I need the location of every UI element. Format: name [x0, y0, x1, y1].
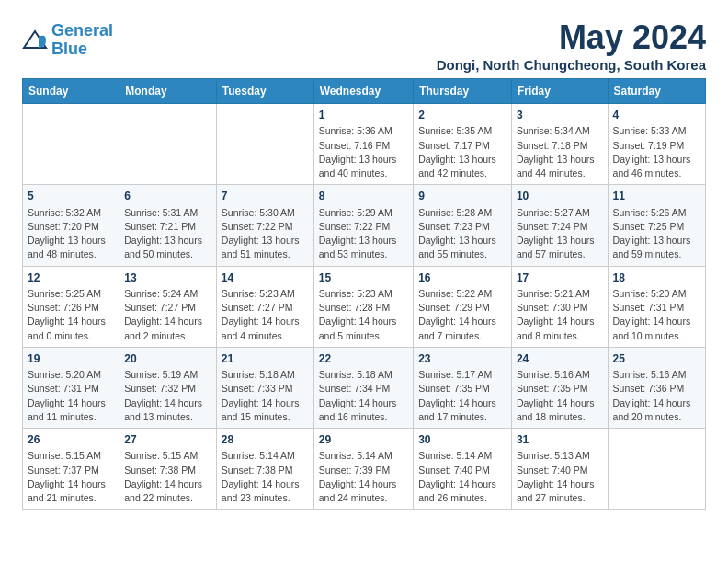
- calendar-cell: 24Sunrise: 5:16 AM Sunset: 7:35 PM Dayli…: [511, 347, 608, 428]
- calendar-week-row: 26Sunrise: 5:15 AM Sunset: 7:37 PM Dayli…: [23, 429, 706, 510]
- weekday-header-row: SundayMondayTuesdayWednesdayThursdayFrid…: [23, 79, 706, 104]
- calendar-cell: 6Sunrise: 5:31 AM Sunset: 7:21 PM Daylig…: [119, 185, 217, 266]
- day-number: 23: [418, 351, 506, 367]
- day-info: Sunrise: 5:18 AM Sunset: 7:33 PM Dayligh…: [222, 368, 309, 424]
- month-title: May 2024: [437, 18, 706, 57]
- calendar-cell: 20Sunrise: 5:19 AM Sunset: 7:32 PM Dayli…: [119, 347, 217, 428]
- location-subtitle: Dongi, North Chungcheong, South Korea: [437, 57, 706, 73]
- day-number: 31: [517, 432, 603, 448]
- calendar-cell: [608, 429, 705, 510]
- weekday-header-saturday: Saturday: [608, 79, 705, 104]
- weekday-header-wednesday: Wednesday: [313, 79, 413, 104]
- day-info: Sunrise: 5:36 AM Sunset: 7:16 PM Dayligh…: [319, 124, 408, 180]
- day-number: 17: [517, 270, 603, 286]
- day-info: Sunrise: 5:20 AM Sunset: 7:31 PM Dayligh…: [613, 287, 700, 343]
- calendar-cell: 28Sunrise: 5:14 AM Sunset: 7:38 PM Dayli…: [216, 429, 313, 510]
- day-number: 10: [517, 189, 603, 204]
- calendar-cell: 31Sunrise: 5:13 AM Sunset: 7:40 PM Dayli…: [511, 429, 608, 510]
- day-info: Sunrise: 5:28 AM Sunset: 7:23 PM Dayligh…: [418, 206, 506, 262]
- calendar-cell: 15Sunrise: 5:23 AM Sunset: 7:28 PM Dayli…: [313, 266, 413, 347]
- day-number: 15: [319, 270, 408, 286]
- calendar-cell: [23, 104, 119, 185]
- day-info: Sunrise: 5:13 AM Sunset: 7:40 PM Dayligh…: [517, 449, 603, 505]
- day-number: 5: [28, 189, 114, 204]
- day-number: 14: [222, 270, 309, 286]
- calendar-cell: 5Sunrise: 5:32 AM Sunset: 7:20 PM Daylig…: [23, 185, 119, 266]
- day-info: Sunrise: 5:33 AM Sunset: 7:19 PM Dayligh…: [613, 124, 700, 180]
- day-number: 7: [222, 189, 309, 204]
- day-number: 21: [222, 351, 309, 367]
- header: General Blue May 2024 Dongi, North Chung…: [22, 18, 706, 73]
- day-info: Sunrise: 5:20 AM Sunset: 7:31 PM Dayligh…: [28, 368, 114, 424]
- day-number: 8: [319, 189, 408, 204]
- day-number: 26: [28, 432, 114, 448]
- weekday-header-sunday: Sunday: [23, 79, 119, 104]
- day-number: 22: [319, 351, 408, 367]
- day-number: 27: [124, 432, 211, 448]
- day-info: Sunrise: 5:17 AM Sunset: 7:35 PM Dayligh…: [418, 368, 506, 424]
- day-info: Sunrise: 5:35 AM Sunset: 7:17 PM Dayligh…: [418, 124, 506, 180]
- calendar-week-row: 19Sunrise: 5:20 AM Sunset: 7:31 PM Dayli…: [23, 347, 706, 428]
- day-number: 28: [222, 432, 309, 448]
- day-info: Sunrise: 5:16 AM Sunset: 7:35 PM Dayligh…: [517, 368, 603, 424]
- day-info: Sunrise: 5:32 AM Sunset: 7:20 PM Dayligh…: [28, 206, 114, 262]
- calendar-week-row: 1Sunrise: 5:36 AM Sunset: 7:16 PM Daylig…: [23, 104, 706, 185]
- calendar-cell: 27Sunrise: 5:15 AM Sunset: 7:38 PM Dayli…: [119, 429, 217, 510]
- calendar-cell: 17Sunrise: 5:21 AM Sunset: 7:30 PM Dayli…: [511, 266, 608, 347]
- day-info: Sunrise: 5:14 AM Sunset: 7:39 PM Dayligh…: [319, 449, 408, 505]
- day-info: Sunrise: 5:15 AM Sunset: 7:37 PM Dayligh…: [28, 449, 114, 505]
- calendar-cell: 30Sunrise: 5:14 AM Sunset: 7:40 PM Dayli…: [414, 429, 512, 510]
- day-number: 3: [517, 108, 603, 123]
- day-number: 16: [418, 270, 506, 286]
- weekday-header-friday: Friday: [511, 79, 608, 104]
- calendar-week-row: 5Sunrise: 5:32 AM Sunset: 7:20 PM Daylig…: [23, 185, 706, 266]
- day-info: Sunrise: 5:30 AM Sunset: 7:22 PM Dayligh…: [222, 206, 309, 262]
- day-number: 4: [613, 108, 700, 123]
- calendar-cell: 8Sunrise: 5:29 AM Sunset: 7:22 PM Daylig…: [313, 185, 413, 266]
- day-number: 6: [124, 189, 211, 204]
- day-info: Sunrise: 5:14 AM Sunset: 7:38 PM Dayligh…: [222, 449, 309, 505]
- day-number: 29: [319, 432, 408, 448]
- calendar-week-row: 12Sunrise: 5:25 AM Sunset: 7:26 PM Dayli…: [23, 266, 706, 347]
- day-info: Sunrise: 5:25 AM Sunset: 7:26 PM Dayligh…: [28, 287, 114, 343]
- logo: General Blue: [22, 22, 113, 59]
- logo-text: General Blue: [51, 22, 113, 59]
- calendar-cell: 25Sunrise: 5:16 AM Sunset: 7:36 PM Dayli…: [608, 347, 705, 428]
- day-info: Sunrise: 5:19 AM Sunset: 7:32 PM Dayligh…: [124, 368, 211, 424]
- day-info: Sunrise: 5:27 AM Sunset: 7:24 PM Dayligh…: [517, 206, 603, 262]
- calendar-cell: 29Sunrise: 5:14 AM Sunset: 7:39 PM Dayli…: [313, 429, 413, 510]
- day-info: Sunrise: 5:24 AM Sunset: 7:27 PM Dayligh…: [124, 287, 211, 343]
- calendar-cell: 14Sunrise: 5:23 AM Sunset: 7:27 PM Dayli…: [216, 266, 313, 347]
- day-number: 9: [418, 189, 506, 204]
- logo-line1: General: [51, 21, 113, 40]
- calendar-cell: 12Sunrise: 5:25 AM Sunset: 7:26 PM Dayli…: [23, 266, 119, 347]
- calendar-cell: 16Sunrise: 5:22 AM Sunset: 7:29 PM Dayli…: [414, 266, 512, 347]
- calendar-cell: 26Sunrise: 5:15 AM Sunset: 7:37 PM Dayli…: [23, 429, 119, 510]
- day-info: Sunrise: 5:29 AM Sunset: 7:22 PM Dayligh…: [319, 206, 408, 262]
- calendar-cell: 11Sunrise: 5:26 AM Sunset: 7:25 PM Dayli…: [608, 185, 705, 266]
- calendar-cell: 2Sunrise: 5:35 AM Sunset: 7:17 PM Daylig…: [414, 104, 512, 185]
- day-number: 24: [517, 351, 603, 367]
- calendar-cell: 1Sunrise: 5:36 AM Sunset: 7:16 PM Daylig…: [313, 104, 413, 185]
- day-info: Sunrise: 5:23 AM Sunset: 7:28 PM Dayligh…: [319, 287, 408, 343]
- calendar-cell: 9Sunrise: 5:28 AM Sunset: 7:23 PM Daylig…: [414, 185, 512, 266]
- calendar-cell: 18Sunrise: 5:20 AM Sunset: 7:31 PM Dayli…: [608, 266, 705, 347]
- day-number: 25: [613, 351, 700, 367]
- title-area: May 2024 Dongi, North Chungcheong, South…: [437, 18, 706, 73]
- day-info: Sunrise: 5:21 AM Sunset: 7:30 PM Dayligh…: [517, 287, 603, 343]
- day-info: Sunrise: 5:34 AM Sunset: 7:18 PM Dayligh…: [517, 124, 603, 180]
- calendar-cell: 23Sunrise: 5:17 AM Sunset: 7:35 PM Dayli…: [414, 347, 512, 428]
- calendar-cell: 4Sunrise: 5:33 AM Sunset: 7:19 PM Daylig…: [608, 104, 705, 185]
- calendar-cell: 10Sunrise: 5:27 AM Sunset: 7:24 PM Dayli…: [511, 185, 608, 266]
- day-number: 2: [418, 108, 506, 123]
- logo-line2: Blue: [51, 40, 87, 58]
- day-number: 13: [124, 270, 211, 286]
- calendar-table: SundayMondayTuesdayWednesdayThursdayFrid…: [22, 78, 706, 510]
- day-info: Sunrise: 5:15 AM Sunset: 7:38 PM Dayligh…: [124, 449, 211, 505]
- day-info: Sunrise: 5:23 AM Sunset: 7:27 PM Dayligh…: [222, 287, 309, 343]
- day-number: 19: [28, 351, 114, 367]
- calendar-cell: 22Sunrise: 5:18 AM Sunset: 7:34 PM Dayli…: [313, 347, 413, 428]
- weekday-header-monday: Monday: [119, 79, 217, 104]
- day-info: Sunrise: 5:18 AM Sunset: 7:34 PM Dayligh…: [319, 368, 408, 424]
- logo-icon: [22, 28, 48, 53]
